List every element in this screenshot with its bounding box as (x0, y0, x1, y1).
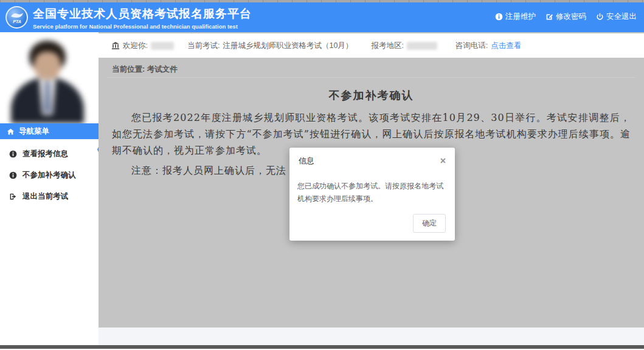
phone-label: 咨询电话: (455, 41, 488, 51)
page-subtitle: Service platform for National Profession… (33, 23, 252, 30)
confirm-button[interactable]: 确定 (413, 214, 446, 233)
user-photo-blurred (0, 32, 99, 123)
welcome-bar: 欢迎你: 当前考试: 注册城乡规划师职业资格考试（10月） 报考地区: 咨询电话… (99, 33, 644, 58)
redacted-region (407, 42, 437, 50)
nav-menu-header: 导航菜单 (0, 123, 99, 139)
register-maintain-label: 注册维护 (505, 12, 536, 22)
svg-text:PTA: PTA (13, 19, 21, 24)
current-exam-group: 当前考试: 注册城乡规划师职业资格考试（10月） (187, 41, 353, 51)
close-icon[interactable]: × (440, 156, 446, 166)
modal-title: 信息 (299, 156, 314, 166)
phone-group: 咨询电话: 点击查看 (455, 41, 521, 51)
modal-message: 您已成功确认不参加考试。请按原报名地考试机构要求办理后续事项。 (289, 173, 455, 207)
logout-link[interactable]: 安全退出 (596, 12, 637, 22)
phone-view-link[interactable]: 点击查看 (491, 41, 521, 51)
modal-header: 信息 × (289, 148, 455, 173)
sidebar-item-no-makeup-confirm[interactable]: 不参加补考确认 (0, 165, 99, 186)
footer-bar (0, 345, 644, 349)
region-group: 报考地区: (371, 41, 437, 51)
sidebar-item-label: 退出当前考试 (23, 191, 68, 202)
logout-icon (9, 193, 17, 201)
bank-icon (111, 41, 120, 50)
region-label: 报考地区: (371, 41, 403, 51)
edit-icon (545, 13, 553, 21)
page: PTA 全国专业技术人员资格考试报名服务平台 Service platform … (0, 0, 644, 350)
app-header: PTA 全国专业技术人员资格考试报名服务平台 Service platform … (0, 2, 644, 32)
page-title: 全国专业技术人员资格考试报名服务平台 (33, 6, 252, 22)
sidebar-item-view-registration[interactable]: 查看报考信息 (0, 143, 99, 165)
home-icon (7, 128, 15, 136)
current-exam-value: 注册城乡规划师职业资格考试（10月） (223, 41, 353, 51)
platform-logo: PTA (5, 6, 28, 29)
logout-label: 安全退出 (606, 12, 637, 22)
info-icon (495, 13, 503, 21)
power-icon (596, 13, 604, 21)
logo-wave-icon: PTA (8, 9, 26, 27)
footer-strip (99, 328, 644, 345)
welcome-group: 欢迎你: (111, 41, 174, 51)
modal-footer: 确定 (289, 207, 455, 241)
current-exam-label: 当前考试: (187, 41, 220, 51)
header-links: 注册维护 修改密码 安全退出 (495, 12, 637, 22)
breadcrumb: 当前位置: 考试文件 (107, 63, 635, 78)
user-photo (0, 32, 99, 123)
sidebar-item-label: 不参加补考确认 (23, 170, 76, 180)
nav-menu-title: 导航菜单 (19, 126, 49, 137)
info-icon (9, 171, 17, 179)
welcome-label: 欢迎你: (123, 41, 148, 51)
sidebar-item-label: 查看报考信息 (23, 149, 68, 159)
sidebar: 导航菜单 查看报考信息 不参加补考确认 退出当前考试 (0, 32, 99, 345)
header-titles: 全国专业技术人员资格考试报名服务平台 Service platform for … (33, 6, 252, 30)
change-password-label: 修改密码 (556, 12, 586, 22)
register-maintain-link[interactable]: 注册维护 (495, 12, 536, 22)
sidebar-item-exit-exam[interactable]: 退出当前考试 (0, 186, 99, 207)
content-title: 不参加补考确认 (99, 88, 644, 103)
redacted-username (151, 42, 174, 50)
info-modal: 信息 × 您已成功确认不参加考试。请按原报名地考试机构要求办理后续事项。 确定 (289, 148, 455, 241)
info-icon (9, 150, 17, 158)
nav-menu: 查看报考信息 不参加补考确认 退出当前考试 (0, 143, 99, 207)
change-password-link[interactable]: 修改密码 (545, 12, 586, 22)
